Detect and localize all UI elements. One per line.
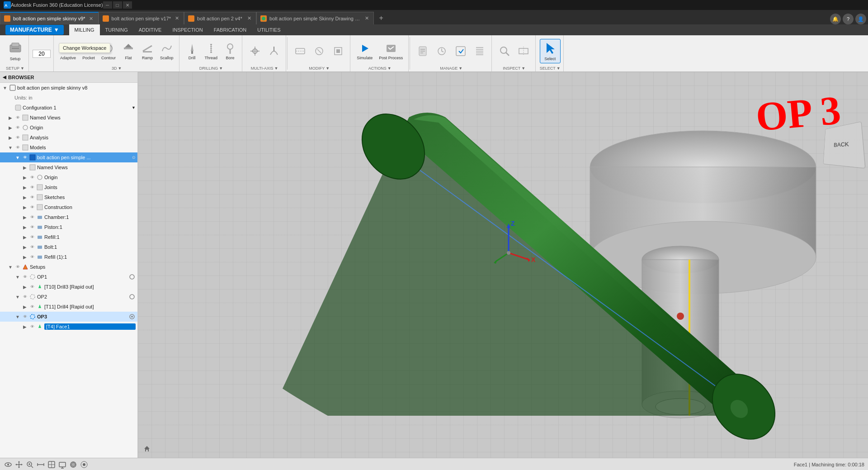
tree-named-views[interactable]: ▶ 👁 Named Views xyxy=(0,113,137,123)
num-input[interactable] xyxy=(33,50,51,58)
pan-icon[interactable] xyxy=(14,460,24,469)
manage-group-label[interactable]: MANAGE ▼ xyxy=(440,66,462,71)
user-avatar[interactable]: 👤 xyxy=(855,14,866,24)
ribbon-tab-fabrication[interactable]: FABRICATION xyxy=(208,24,252,35)
tab-close-0[interactable]: ✕ xyxy=(88,15,94,22)
ribbon-tab-additive[interactable]: ADDITIVE xyxy=(133,24,167,35)
modify-group-label[interactable]: MODIFY ▼ xyxy=(309,66,330,71)
manufacture-dropdown[interactable]: MANUFACTURE ▼ xyxy=(5,25,64,35)
tab-2[interactable]: bolt action pen 2 v4* ✕ xyxy=(184,12,256,24)
svg-marker-14 xyxy=(125,44,132,47)
drill-button[interactable]: Drill xyxy=(183,40,201,62)
tab-1[interactable]: bolt action pen simple v17* ✕ xyxy=(99,12,184,24)
setup-group-label[interactable]: SETUP ▼ xyxy=(6,66,24,71)
setup-button[interactable]: Setup xyxy=(5,39,25,63)
manage-button-3[interactable] xyxy=(452,43,470,59)
ribbon-tab-utilities[interactable]: UTILITIES xyxy=(252,24,286,35)
modify-button-3[interactable] xyxy=(329,43,347,59)
tree-t4-face1[interactable]: ▶ 👁 [T4] Face1 xyxy=(0,322,137,332)
multiaxis-group-label[interactable]: MULTI-AXIS ▼ xyxy=(251,66,278,71)
viewcube[interactable]: BACK xyxy=(823,121,866,169)
simulate-button[interactable]: Simulate xyxy=(354,40,375,62)
render-mode-icon[interactable] xyxy=(69,460,78,469)
browser-tree: ▼ bolt action pen simple skinny v8 Units… xyxy=(0,83,137,458)
ribbon-tab-inspection[interactable]: INSPECTION xyxy=(167,24,208,35)
tree-models[interactable]: ▼ 👁 Models xyxy=(0,142,137,152)
tree-joints[interactable]: ▶ 👁 Joints xyxy=(0,182,137,192)
svg-rect-7 xyxy=(12,43,19,47)
multiaxis-button-2[interactable] xyxy=(265,43,283,59)
svg-rect-40 xyxy=(23,115,28,120)
select-group-label[interactable]: SELECT ▼ xyxy=(540,66,561,71)
drilling-group-label[interactable]: DRILLING ▼ xyxy=(199,66,223,71)
zoom-icon[interactable] xyxy=(25,460,34,469)
ramp-button[interactable]: Ramp xyxy=(138,40,156,62)
tab-close-2[interactable]: ✕ xyxy=(246,15,252,22)
tab-close-1[interactable]: ✕ xyxy=(174,15,180,22)
tab-label-2: bolt action pen 2 v4* xyxy=(197,16,243,21)
tree-model-main[interactable]: ▼ 👁 bolt action pen simple ... ⊙ xyxy=(0,152,137,162)
tree-op3[interactable]: ▼ 👁 OP3 xyxy=(0,312,137,322)
help-icon[interactable]: ? xyxy=(843,14,854,24)
ribbon-tab-turning[interactable]: TURNING xyxy=(100,24,133,35)
multiaxis-button-1[interactable] xyxy=(246,43,264,59)
inspect-button-1[interactable] xyxy=(495,43,514,59)
tab-icon-0 xyxy=(4,15,10,22)
tree-t11[interactable]: ▶ 👁 [T11] Drill4 [Rapid out] xyxy=(0,302,137,312)
tree-origin[interactable]: ▶ 👁 Origin xyxy=(0,123,137,133)
tree-setups[interactable]: ▼ 👁 Setups xyxy=(0,262,137,272)
add-tab-button[interactable]: + xyxy=(374,12,388,24)
tree-refill2[interactable]: ▶ 👁 Refill (1):1 xyxy=(0,252,137,262)
svg-rect-39 xyxy=(15,105,21,110)
tree-configuration[interactable]: Configuration 1 ▼ xyxy=(0,103,137,113)
notification-icon[interactable]: 🔔 xyxy=(830,14,841,24)
snap-icon[interactable] xyxy=(80,460,89,469)
tree-bolt[interactable]: ▶ 👁 Bolt:1 xyxy=(0,242,137,252)
tab-close-3[interactable]: ✕ xyxy=(363,15,370,22)
svg-marker-60 xyxy=(38,304,41,308)
inspect-group-label[interactable]: INSPECT ▼ xyxy=(503,66,525,71)
tree-piston[interactable]: ▶ 👁 Piston:1 xyxy=(0,222,137,232)
tab-0[interactable]: bolt action pen simple skinny v9* ✕ xyxy=(0,12,99,24)
close-button[interactable]: ✕ xyxy=(123,1,132,9)
tree-op2[interactable]: ▼ 👁 OP2 xyxy=(0,292,137,302)
minimize-button[interactable]: ─ xyxy=(103,1,112,9)
postprocess-button[interactable]: Post Process xyxy=(376,40,406,62)
display-icon[interactable] xyxy=(58,460,67,469)
orbit-icon[interactable] xyxy=(4,460,13,469)
tree-analysis[interactable]: ▶ 👁 Analysis xyxy=(0,133,137,142)
modify-button-2[interactable] xyxy=(310,43,328,59)
viewport[interactable]: Z X OP 3 BACK xyxy=(138,72,868,458)
tab-3[interactable]: bolt action pen simple Skinny Drawing v2… xyxy=(256,12,374,24)
view-select-icon[interactable] xyxy=(47,460,56,469)
browser-header[interactable]: ◀ BROWSER xyxy=(0,72,137,83)
ribbon-tab-milling[interactable]: MILLING xyxy=(69,24,100,35)
tab-icon-3 xyxy=(260,15,267,22)
tree-construction[interactable]: ▶ 👁 Construction xyxy=(0,202,137,212)
manage-button-2[interactable] xyxy=(433,43,451,59)
tree-op1[interactable]: ▼ 👁 OP1 xyxy=(0,272,137,282)
tree-t10[interactable]: ▶ 👁 [T10] Drill3 [Rapid out] xyxy=(0,282,137,292)
bore-drill-button[interactable]: Bore xyxy=(221,40,239,62)
manage-button-4[interactable] xyxy=(471,43,489,59)
flat-button[interactable]: Flat xyxy=(119,40,137,62)
scallop-button[interactable]: Scallop xyxy=(157,40,176,62)
measure-icon[interactable] xyxy=(36,460,45,469)
modify-button-1[interactable] xyxy=(291,43,309,59)
browser-root[interactable]: ▼ bolt action pen simple skinny v8 xyxy=(0,83,137,93)
manage-button-1[interactable] xyxy=(414,43,432,59)
thread-button[interactable]: Thread xyxy=(202,40,221,62)
tree-model-named-views[interactable]: ▶ Named Views xyxy=(0,162,137,172)
tree-refill[interactable]: ▶ 👁 Refill:1 xyxy=(0,232,137,242)
select-button[interactable]: Select xyxy=(540,39,561,63)
3d-group-label[interactable]: 3D ▼ xyxy=(112,66,122,71)
home-view-button[interactable] xyxy=(142,444,151,453)
statusbar-left xyxy=(4,460,790,469)
tree-sketches[interactable]: ▶ 👁 Sketches xyxy=(0,192,137,202)
maximize-button[interactable]: □ xyxy=(113,1,122,9)
actions-group-label[interactable]: ACTIONS ▼ xyxy=(368,66,392,71)
tree-chamber[interactable]: ▶ 👁 Chamber:1 xyxy=(0,212,137,222)
ribbon: MANUFACTURE ▼ MILLING TURNING ADDITIVE I… xyxy=(0,24,868,72)
inspect-button-2[interactable] xyxy=(514,43,533,59)
tree-model-origin[interactable]: ▶ 👁 Origin xyxy=(0,172,137,182)
